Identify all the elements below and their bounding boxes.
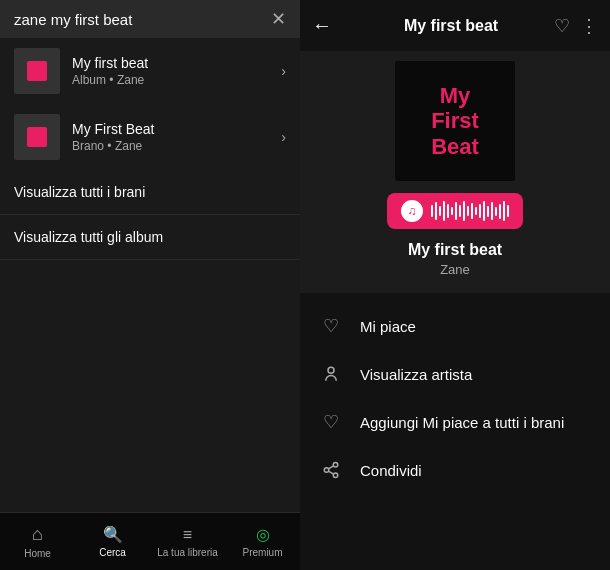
artist-icon [320, 365, 342, 383]
heart-all-icon: ♡ [320, 411, 342, 433]
library-icon: ≡ [183, 526, 192, 544]
result-info-track: My First Beat Brano • Zane [72, 121, 269, 153]
result-title-album: My first beat [72, 55, 269, 71]
nav-home[interactable]: ⌂ Home [0, 513, 75, 570]
share-icon [320, 461, 342, 479]
album-art: My First Beat [395, 61, 515, 181]
action-condividi-label: Condividi [360, 462, 422, 479]
left-panel: ✕ My first beat Album • Zane › My First … [0, 0, 300, 570]
result-arrow-album: › [281, 63, 286, 79]
action-list: ♡ Mi piace Visualizza artista ♡ Aggiungi… [300, 293, 610, 570]
svg-point-3 [333, 473, 338, 478]
spotify-logo: ♫ [401, 200, 423, 222]
view-all-tracks-link[interactable]: Visualizza tutti i brani [0, 170, 300, 215]
svg-line-4 [328, 471, 333, 474]
nav-library[interactable]: ≡ La tua libreria [150, 513, 225, 570]
action-visualizza-artista[interactable]: Visualizza artista [300, 351, 610, 397]
search-result-track[interactable]: My First Beat Brano • Zane › [0, 104, 300, 170]
svg-point-2 [324, 468, 329, 473]
result-thumb-album [14, 48, 60, 94]
nav-premium[interactable]: ◎ Premium [225, 513, 300, 570]
result-title-track: My First Beat [72, 121, 269, 137]
search-input[interactable] [14, 11, 261, 28]
nav-premium-label: Premium [242, 547, 282, 558]
heart-icon: ♡ [320, 315, 342, 337]
track-artist: Zane [440, 262, 470, 277]
nav-library-label: La tua libreria [157, 547, 218, 558]
action-mi-piace[interactable]: ♡ Mi piace [300, 301, 610, 351]
result-arrow-track: › [281, 129, 286, 145]
premium-icon: ◎ [256, 525, 270, 544]
search-icon: 🔍 [103, 525, 123, 544]
header-title: My first beat [340, 17, 562, 35]
spotify-code: ♫ [387, 193, 523, 229]
svg-line-5 [328, 466, 333, 469]
back-button[interactable]: ← [312, 14, 332, 37]
result-info-album: My first beat Album • Zane [72, 55, 269, 87]
action-visualizza-artista-label: Visualizza artista [360, 366, 472, 383]
search-bar: ✕ [0, 0, 300, 38]
search-result-album[interactable]: My first beat Album • Zane › [0, 38, 300, 104]
result-thumb-track [14, 114, 60, 160]
action-aggiungi-mi-piace-label: Aggiungi Mi piace a tutti i brani [360, 414, 564, 431]
result-sub-track: Brano • Zane [72, 139, 269, 153]
action-condividi[interactable]: Condividi [300, 447, 610, 493]
album-art-text: My First Beat [431, 83, 479, 159]
svg-point-0 [328, 367, 334, 373]
barcode-lines [431, 200, 509, 222]
nav-home-label: Home [24, 548, 51, 559]
header-actions: ♡ ⋮ [554, 15, 598, 37]
action-aggiungi-mi-piace[interactable]: ♡ Aggiungi Mi piace a tutti i brani [300, 397, 610, 447]
track-title: My first beat [408, 241, 502, 259]
right-panel: ← My first beat ♡ ⋮ My First Beat ♫ [300, 0, 610, 570]
home-icon: ⌂ [32, 524, 43, 545]
album-art-section: My First Beat ♫ [300, 51, 610, 293]
header-more-icon[interactable]: ⋮ [580, 15, 598, 37]
bottom-nav: ⌂ Home 🔍 Cerca ≡ La tua libreria ◎ Premi… [0, 512, 300, 570]
nav-search[interactable]: 🔍 Cerca [75, 513, 150, 570]
view-all-albums-link[interactable]: Visualizza tutti gli album [0, 215, 300, 260]
header-heart-icon[interactable]: ♡ [554, 15, 570, 37]
action-mi-piace-label: Mi piace [360, 318, 416, 335]
right-header: ← My first beat ♡ ⋮ [300, 0, 610, 51]
search-clear-button[interactable]: ✕ [271, 10, 286, 28]
svg-point-1 [333, 463, 338, 468]
result-sub-album: Album • Zane [72, 73, 269, 87]
nav-search-label: Cerca [99, 547, 126, 558]
